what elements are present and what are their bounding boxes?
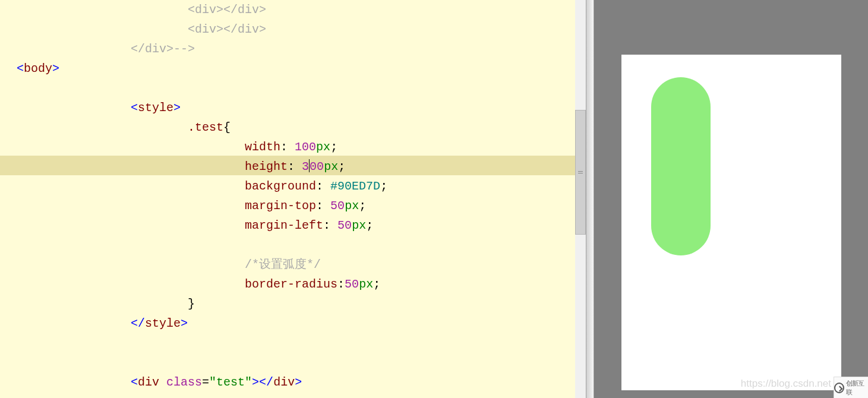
code-editor-pane[interactable]: <div></div> <div></div> </div>--><body> …	[0, 0, 586, 398]
code-line[interactable]: <div class="test"></div>	[17, 372, 586, 392]
code-content[interactable]: <div></div> <div></div> </div>--><body> …	[0, 0, 586, 392]
code-line[interactable]	[17, 78, 586, 98]
code-line[interactable]: background: #90ED7D;	[17, 176, 586, 196]
rendered-test-div	[651, 77, 711, 255]
code-line[interactable]: .test{	[17, 118, 586, 137]
code-line[interactable]: <div></div>	[17, 20, 586, 39]
code-line[interactable]: </style>	[17, 314, 586, 333]
code-line[interactable]: <body>	[17, 59, 586, 78]
code-line[interactable]	[17, 333, 586, 353]
watermark-text: https://blog.csdn.net	[741, 378, 831, 390]
code-line[interactable]: margin-left: 50px;	[17, 216, 586, 235]
code-line[interactable]: </div>-->	[17, 39, 586, 59]
code-line[interactable]: margin-top: 50px;	[17, 196, 586, 216]
code-line[interactable]	[17, 235, 586, 255]
code-line[interactable]: height: 300px;	[17, 157, 586, 176]
logo-icon	[834, 383, 844, 393]
preview-page	[621, 55, 841, 390]
footer-logo: 创新互联	[834, 377, 868, 398]
pane-divider[interactable]	[586, 0, 594, 398]
code-line[interactable]: border-radius:50px;	[17, 274, 586, 294]
preview-pane: https://blog.csdn.net 创新互联	[594, 0, 868, 398]
code-line[interactable]: <div></div>	[17, 0, 586, 20]
code-line[interactable]: width: 100px;	[17, 137, 586, 157]
code-line[interactable]: <style>	[17, 98, 586, 118]
code-line[interactable]: /*设置弧度*/	[17, 255, 586, 274]
logo-text: 创新互联	[846, 379, 868, 397]
code-line[interactable]	[17, 353, 586, 372]
code-line[interactable]: }	[17, 294, 586, 314]
